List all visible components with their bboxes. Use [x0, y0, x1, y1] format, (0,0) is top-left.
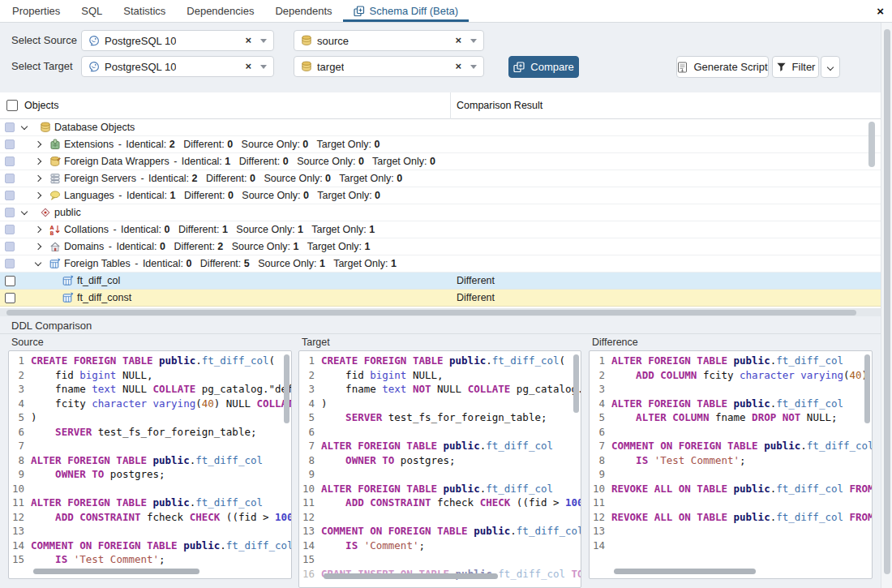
line-number: 10 [590, 482, 611, 496]
row-checkbox[interactable] [5, 259, 15, 268]
postgres-icon [88, 61, 100, 72]
chevron-down-icon[interactable] [260, 39, 267, 43]
object-label: ft_diff_const [77, 292, 131, 303]
object-row[interactable]: public [0, 204, 881, 221]
scrollbar-thumb[interactable] [614, 569, 756, 574]
row-checkbox[interactable] [5, 242, 15, 251]
chevron-down-icon[interactable] [470, 39, 477, 43]
filter-button[interactable]: Filter [772, 56, 819, 78]
tab-dependents[interactable]: Dependents [264, 0, 342, 22]
object-row[interactable]: Foreign Servers - Identical: 2 Different… [0, 170, 881, 187]
line-number: 5 [9, 410, 31, 425]
filter-dropdown-button[interactable] [821, 56, 840, 78]
object-label: Domains - Identical: 0 Different: 2 Sour… [64, 241, 376, 252]
grid-horizontal-scrollbar[interactable] [0, 308, 881, 316]
chevron-right-icon[interactable] [35, 243, 41, 250]
chevron-down-icon[interactable] [21, 208, 28, 215]
row-checkbox[interactable] [5, 191, 15, 200]
comparison-grid: Objects Comparison Result Database Objec… [0, 92, 881, 308]
chevron-right-icon[interactable] [35, 226, 41, 233]
row-checkbox[interactable] [5, 208, 15, 217]
grid-vertical-scrollbar[interactable] [868, 120, 876, 307]
line-number: 15 [299, 552, 321, 567]
row-checkbox[interactable] [5, 139, 15, 149]
objects-column-header[interactable]: Objects [24, 100, 58, 111]
line-number: 9 [299, 467, 321, 482]
line-number: 2 [299, 368, 321, 383]
object-row[interactable]: Database Objects [0, 119, 881, 136]
tab-statistics[interactable]: Statistics [113, 0, 176, 22]
chevron-down-icon[interactable] [35, 260, 41, 266]
scrollbar-thumb[interactable] [864, 354, 870, 423]
object-row[interactable]: Languages - Identical: 1 Different: 0 So… [0, 187, 881, 204]
object-row[interactable]: Domains - Identical: 0 Different: 2 Sour… [0, 238, 881, 255]
page-vertical-scrollbar[interactable] [881, 23, 892, 588]
scrollbar-thumb[interactable] [324, 573, 498, 579]
tab-properties[interactable]: Properties [2, 0, 71, 22]
comparison-result-column-header[interactable]: Comparison Result [457, 100, 542, 111]
object-row[interactable]: Extensions - Identical: 2 Different: 0 S… [0, 136, 881, 153]
scrollbar-thumb[interactable] [868, 122, 875, 167]
object-row[interactable]: Foreign Data Wrappers - Identical: 1 Dif… [0, 153, 881, 170]
compare-button[interactable]: Compare [508, 56, 579, 78]
close-icon[interactable]: × [877, 4, 884, 19]
target-database-select[interactable]: target × [294, 56, 484, 77]
source-code-editor[interactable]: 1CREATE FOREIGN TABLE public.ft_diff_col… [8, 350, 292, 579]
clear-icon[interactable]: × [455, 35, 461, 46]
select-all-checkbox[interactable] [6, 100, 18, 111]
line-number: 12 [590, 510, 611, 525]
row-checkbox[interactable] [5, 225, 15, 234]
chevron-right-icon[interactable] [35, 158, 41, 165]
clear-icon[interactable]: × [455, 61, 461, 72]
row-checkbox[interactable] [5, 157, 15, 166]
clear-icon[interactable]: × [245, 35, 251, 46]
chevron-down-icon[interactable] [260, 65, 267, 69]
scrollbar-thumb[interactable] [33, 569, 199, 574]
source-database-select[interactable]: source × [294, 30, 484, 51]
clear-icon[interactable]: × [245, 61, 251, 72]
row-checkbox[interactable] [5, 174, 15, 183]
select-target-label: Select Target [11, 56, 73, 77]
row-checkbox[interactable] [5, 293, 15, 303]
object-row[interactable]: ft_diff_colDifferent [0, 273, 881, 290]
collation-icon: AB [49, 224, 61, 235]
object-label: Foreign Data Wrappers - Identical: 1 Dif… [64, 156, 441, 167]
target-database-value: target [317, 61, 344, 73]
line-number: 1 [299, 354, 321, 368]
chevron-right-icon[interactable] [35, 141, 41, 148]
schema-icon [40, 207, 51, 218]
line-number: 1 [590, 354, 611, 368]
row-checkbox[interactable] [5, 276, 15, 286]
tab-sql[interactable]: SQL [71, 0, 113, 22]
object-row[interactable]: ABCollations - Identical: 0 Different: 1… [0, 221, 881, 238]
row-checkbox[interactable] [5, 122, 15, 132]
chevron-down-icon[interactable] [470, 65, 477, 69]
line-number: 14 [299, 539, 321, 553]
tab-bar: Properties SQL Statistics Dependencies D… [0, 0, 892, 23]
generate-script-button[interactable]: Generate Script [676, 56, 769, 78]
line-number: 13 [9, 524, 31, 539]
chevron-right-icon[interactable] [35, 192, 41, 199]
chevron-down-icon[interactable] [21, 123, 28, 130]
object-row[interactable]: ft_diff_constDifferent [0, 290, 881, 307]
scrollbar-thumb[interactable] [284, 354, 289, 423]
source-server-select[interactable]: PostgreSQL 10 × [81, 30, 274, 51]
scrollbar-thumb[interactable] [573, 354, 579, 413]
chevron-right-icon[interactable] [35, 175, 41, 182]
object-label: public [54, 207, 81, 218]
tab-dependencies[interactable]: Dependencies [176, 0, 264, 22]
scrollbar-thumb[interactable] [884, 29, 890, 574]
difference-code-editor[interactable]: 1ALTER FOREIGN TABLE public.ft_diff_col2… [589, 350, 873, 579]
scrollbar-thumb[interactable] [6, 310, 856, 315]
tab-schema-diff[interactable]: Schema Diff (Beta) [343, 0, 470, 22]
line-number: 11 [590, 496, 611, 510]
column-divider [450, 92, 451, 119]
source-server-value: PostgreSQL 10 [105, 35, 176, 47]
target-server-select[interactable]: PostgreSQL 10 × [81, 56, 274, 77]
line-number: 6 [299, 425, 321, 440]
target-code-editor[interactable]: 1CREATE FOREIGN TABLE public.ft_diff_col… [298, 350, 581, 588]
generate-script-label: Generate Script [693, 61, 767, 73]
divider [0, 333, 881, 334]
database-icon [301, 61, 312, 72]
object-row[interactable]: Foreign Tables - Identical: 0 Different:… [0, 255, 881, 273]
